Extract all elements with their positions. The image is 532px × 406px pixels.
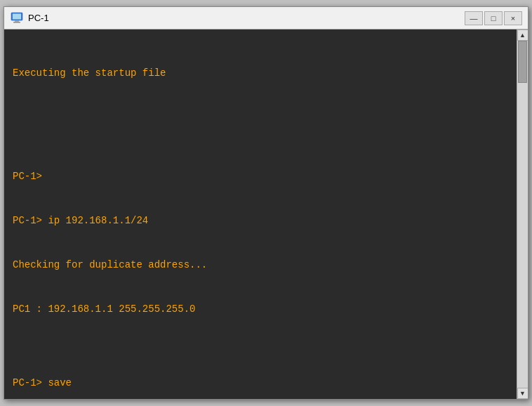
terminal-line-9: PC-1> save — [13, 376, 508, 391]
window-controls: — □ × — [465, 11, 522, 25]
svg-rect-1 — [13, 13, 21, 19]
close-button[interactable]: × — [504, 11, 522, 25]
scroll-up-button[interactable]: ▲ — [517, 30, 528, 41]
terminal-line-6: Checking for duplicate address... — [13, 258, 508, 273]
pc1-window: PC-1 — □ × Executing the startup file PC… — [4, 6, 528, 400]
terminal-line-1: Executing the startup file — [13, 66, 508, 81]
terminal-line-4: PC-1> — [13, 169, 508, 184]
content-area: Executing the startup file PC-1> PC-1> i… — [4, 30, 528, 399]
svg-rect-3 — [13, 22, 20, 23]
svg-rect-2 — [15, 20, 19, 22]
terminal-line-5: PC-1> ip 192.168.1.1/24 — [13, 214, 508, 228]
window-icon — [10, 11, 24, 25]
scrollbar-thumb[interactable] — [518, 41, 527, 83]
terminal-output[interactable]: Executing the startup file PC-1> PC-1> i… — [4, 30, 517, 399]
terminal-line-7: PC1 : 192.168.1.1 255.255.255.0 — [13, 302, 508, 317]
scroll-down-button[interactable]: ▼ — [517, 388, 528, 399]
scrollbar[interactable]: ▲ ▼ — [517, 30, 528, 399]
scrollbar-track[interactable] — [517, 41, 528, 388]
minimize-button[interactable]: — — [465, 11, 483, 25]
title-bar: PC-1 — □ × — [4, 7, 528, 30]
window-title: PC-1 — [28, 13, 465, 23]
maximize-button[interactable]: □ — [484, 11, 503, 25]
